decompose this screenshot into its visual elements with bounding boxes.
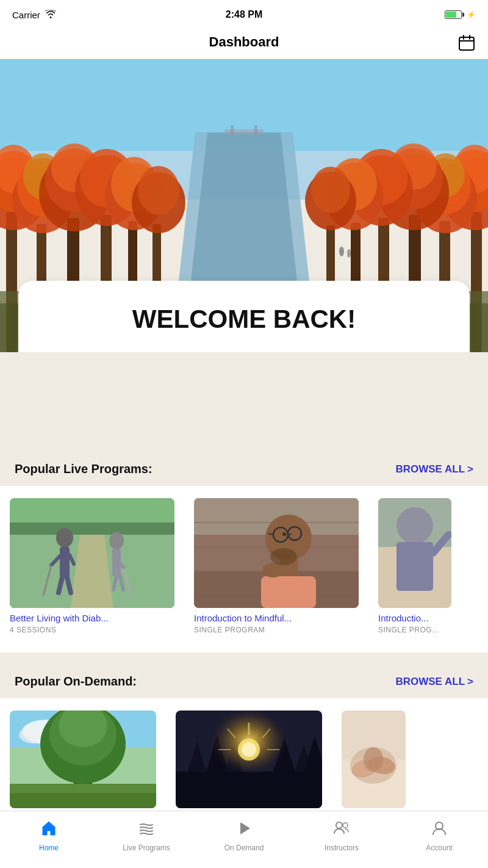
svg-line-96 — [288, 534, 292, 535]
program-card-3[interactable]: Introductio... SINGLE PROG... — [378, 498, 451, 634]
svg-point-139 — [364, 747, 383, 772]
on-demand-image-1 — [10, 711, 156, 808]
svg-point-104 — [396, 507, 433, 544]
program-image-1 — [10, 498, 174, 608]
welcome-text: WELCOME BACK! — [37, 305, 451, 333]
home-icon — [40, 820, 57, 841]
status-bar: Carrier 2:48 PM ⚡ — [0, 0, 488, 27]
live-programs-section: Popular Live Programs: BROWSE ALL — [0, 450, 488, 486]
on-demand-section: Popular On-Demand: BROWSE ALL — [0, 662, 488, 698]
svg-rect-0 — [459, 37, 474, 50]
nav-on-demand[interactable]: On Demand — [195, 817, 293, 852]
svg-rect-105 — [396, 542, 433, 591]
svg-rect-117 — [10, 793, 156, 808]
nav-demand-label: On Demand — [224, 844, 264, 852]
bottom-navigation: Home Live Programs On Demand — [0, 811, 488, 868]
program-title-2: Introduction to Mindful... — [194, 613, 359, 623]
battery-indicator: ⚡ — [445, 10, 476, 19]
program-title-1: Better Living with Diab... — [10, 613, 174, 623]
svg-point-100 — [282, 532, 286, 536]
nav-instructors-label: Instructors — [325, 844, 359, 852]
nav-home[interactable]: Home — [0, 817, 98, 852]
live-programs-row: Better Living with Diab... 4 SESSIONS — [0, 486, 488, 653]
svg-rect-70 — [60, 547, 70, 577]
on-demand-card-1[interactable] — [10, 711, 156, 808]
svg-point-49 — [311, 167, 350, 213]
svg-marker-140 — [240, 822, 250, 834]
svg-rect-62 — [254, 125, 257, 134]
svg-point-28 — [138, 166, 179, 215]
program-sessions-2: SINGLE PROGRAM — [194, 626, 359, 634]
svg-rect-60 — [224, 129, 264, 134]
on-demand-browse-all[interactable]: BROWSE ALL — [395, 676, 473, 688]
program-image-2 — [194, 498, 359, 608]
status-time: 2:48 PM — [226, 9, 262, 20]
instructors-icon — [333, 820, 350, 841]
svg-rect-61 — [231, 125, 234, 134]
on-demand-row — [0, 698, 488, 826]
on-demand-title: Popular On-Demand: — [15, 675, 137, 689]
svg-point-99 — [270, 548, 297, 565]
live-programs-header: Popular Live Programs: BROWSE ALL — [0, 450, 488, 486]
wifi-icon — [45, 10, 56, 20]
svg-point-141 — [336, 822, 342, 828]
on-demand-image-3 — [342, 711, 406, 808]
program-title-3: Introductio... — [378, 613, 451, 623]
nav-account-label: Account — [426, 844, 452, 852]
welcome-card: WELCOME BACK! View Full Schedule — [18, 281, 470, 352]
svg-point-142 — [343, 823, 348, 828]
on-demand-card-2[interactable] — [176, 711, 322, 808]
nav-home-label: Home — [39, 844, 59, 852]
live-programs-icon — [138, 820, 155, 841]
page-title: Dashboard — [209, 34, 279, 50]
on-demand-header: Popular On-Demand: BROWSE ALL — [0, 662, 488, 698]
calendar-button[interactable] — [458, 34, 476, 52]
svg-rect-93 — [261, 576, 316, 608]
hero-section: WELCOME BACK! View Full Schedule — [0, 59, 488, 352]
nav-live-programs[interactable]: Live Programs — [98, 817, 195, 852]
program-card-2[interactable]: Introduction to Mindful... SINGLE PROGRA… — [194, 498, 359, 634]
carrier-label: Carrier — [12, 10, 40, 20]
section-divider — [0, 653, 488, 662]
account-icon — [431, 820, 448, 841]
program-sessions-3: SINGLE PROG... — [378, 626, 451, 634]
svg-point-64 — [347, 249, 351, 258]
page-header: Dashboard — [0, 27, 488, 59]
svg-point-63 — [339, 247, 344, 256]
program-card-1[interactable]: Better Living with Diab... 4 SESSIONS — [10, 498, 174, 634]
on-demand-icon — [235, 820, 253, 841]
live-programs-title: Popular Live Programs: — [15, 462, 152, 476]
program-image-3 — [378, 498, 451, 608]
svg-point-69 — [56, 528, 73, 548]
program-sessions-1: 4 SESSIONS — [10, 626, 174, 634]
nav-account[interactable]: Account — [390, 817, 488, 852]
svg-point-76 — [109, 532, 124, 549]
on-demand-image-2 — [176, 711, 322, 808]
on-demand-card-3[interactable] — [342, 711, 406, 808]
nav-instructors[interactable]: Instructors — [293, 817, 390, 852]
nav-live-label: Live Programs — [123, 844, 170, 852]
live-programs-browse-all[interactable]: BROWSE ALL — [395, 463, 473, 476]
svg-point-128 — [242, 742, 256, 757]
